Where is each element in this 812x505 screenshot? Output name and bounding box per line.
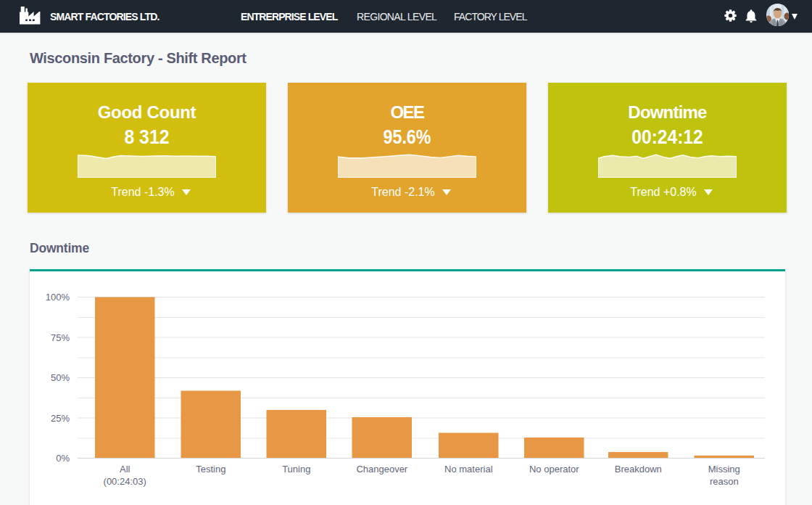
- svg-text:25%: 25%: [51, 412, 70, 423]
- svg-text:Changeover: Changeover: [356, 464, 407, 475]
- svg-text:100%: 100%: [46, 292, 70, 303]
- svg-text:All: All: [120, 464, 130, 475]
- svg-text:(00:24:03): (00:24:03): [104, 475, 146, 486]
- svg-text:50%: 50%: [51, 372, 70, 383]
- svg-text:Tuning: Tuning: [282, 464, 310, 475]
- svg-text:Breakdown: Breakdown: [615, 464, 662, 475]
- svg-text:Missing: Missing: [708, 464, 740, 475]
- svg-text:0%: 0%: [56, 453, 70, 464]
- svg-text:75%: 75%: [51, 332, 70, 342]
- svg-text:No operator: No operator: [529, 464, 579, 475]
- svg-text:No material: No material: [444, 464, 493, 475]
- svg-text:Testing: Testing: [196, 464, 225, 475]
- svg-text:reason: reason: [710, 475, 739, 486]
